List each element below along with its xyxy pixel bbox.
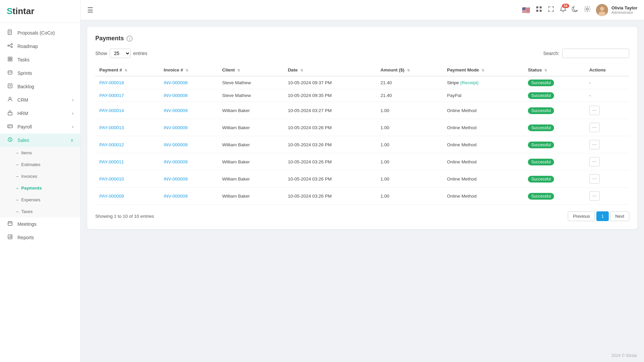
status-cell: Successful — [524, 102, 585, 119]
svg-rect-12 — [10, 59, 12, 61]
roadmap-icon — [7, 43, 13, 50]
svg-rect-35 — [536, 6, 538, 8]
invoice-link[interactable]: INV-000009 — [164, 125, 188, 130]
col-payment-num[interactable]: Payment # ⇅ — [95, 64, 160, 76]
next-button[interactable]: Next — [610, 211, 629, 221]
sidebar-item-payroll-label: Payroll — [17, 124, 32, 130]
action-menu-button[interactable]: ··· — [589, 191, 600, 201]
payment-link[interactable]: PAY-000012 — [99, 142, 124, 147]
sidebar-sub-expenses-label: Expenses — [21, 197, 40, 202]
settings-icon[interactable] — [584, 6, 591, 14]
col-payment-mode[interactable]: Payment Mode ⇅ — [443, 64, 524, 76]
tasks-icon — [7, 56, 13, 63]
client-cell: William Baker — [218, 136, 284, 153]
payment-link[interactable]: PAY-000014 — [99, 108, 124, 113]
sidebar-item-expenses[interactable]: – Expenses — [0, 194, 80, 206]
invoice-link[interactable]: INV-000008 — [164, 93, 188, 98]
fullscreen-icon[interactable] — [548, 6, 554, 14]
action-menu-button[interactable]: ··· — [589, 157, 600, 166]
col-invoice-num[interactable]: Invoice # ⇅ — [160, 64, 218, 76]
apps-icon[interactable] — [536, 6, 542, 14]
col-actions: Actions — [585, 64, 629, 76]
previous-button[interactable]: Previous — [568, 211, 595, 221]
invoice-link[interactable]: INV-000009 — [164, 176, 188, 182]
date-cell: 10-05-2024 03:26 PM — [284, 119, 377, 136]
language-flag[interactable]: 🇺🇸 — [522, 6, 530, 14]
avatar — [596, 4, 608, 16]
payment-link[interactable]: PAY-000013 — [99, 125, 124, 130]
col-amount[interactable]: Amount ($) ⇅ — [377, 64, 443, 76]
svg-line-7 — [9, 45, 11, 46]
sidebar-item-taxes[interactable]: – Taxes — [0, 206, 80, 217]
invoice-num-cell: INV-000009 — [160, 102, 218, 119]
invoice-num-cell: INV-000008 — [160, 89, 218, 102]
invoice-link[interactable]: INV-000009 — [164, 108, 188, 113]
meetings-icon — [7, 221, 13, 227]
client-cell: William Baker — [218, 170, 284, 188]
sidebar-item-invoices[interactable]: – Invoices — [0, 170, 80, 182]
sidebar-item-sprints[interactable]: Sprints — [0, 66, 80, 80]
col-date[interactable]: Date ⇅ — [284, 64, 377, 76]
backlog-icon — [7, 83, 13, 90]
invoice-link[interactable]: INV-000008 — [164, 80, 188, 85]
search-input[interactable] — [562, 49, 629, 58]
sidebar-item-roadmap[interactable]: Roadmap — [0, 40, 80, 53]
invoice-link[interactable]: INV-000009 — [164, 142, 188, 147]
svg-rect-11 — [8, 59, 10, 61]
sidebar-item-sales-label: Sales — [17, 138, 29, 143]
action-menu-button[interactable]: ··· — [589, 123, 600, 132]
theme-toggle-icon[interactable] — [572, 6, 579, 14]
action-menu-button[interactable]: ··· — [589, 106, 600, 115]
hamburger-menu[interactable]: ☰ — [87, 6, 93, 14]
col-status[interactable]: Status ⇅ — [524, 64, 585, 76]
sidebar-item-proposals-label: Proposals (CoCo) — [17, 30, 55, 36]
footer: 2024 © Stintar — [81, 349, 644, 362]
sidebar-item-crm[interactable]: CRM › — [0, 93, 80, 107]
page-1-button[interactable]: 1 — [596, 211, 609, 221]
client-cell: William Baker — [218, 153, 284, 170]
svg-rect-15 — [8, 84, 12, 88]
sidebar-item-items[interactable]: – Items — [0, 147, 80, 159]
payment-link[interactable]: PAY-000010 — [99, 176, 124, 182]
sidebar-sub-invoices-label: Invoices — [21, 174, 37, 179]
sidebar-item-backlog[interactable]: Backlog — [0, 80, 80, 93]
payment-num-cell: PAY-000012 — [95, 136, 160, 153]
invoice-link[interactable]: INV-000009 — [164, 159, 188, 164]
status-badge: Successful — [528, 193, 554, 200]
sidebar-item-meetings[interactable]: Meetings — [0, 217, 80, 231]
sidebar-item-estimates[interactable]: – Estimates — [0, 159, 80, 170]
payment-link[interactable]: PAY-000018 — [99, 80, 124, 85]
sidebar-item-hrm[interactable]: HRM › — [0, 107, 80, 120]
status-badge: Successful — [528, 124, 554, 131]
mode-cell: Online Method — [443, 188, 524, 205]
payment-link[interactable]: PAY-000011 — [99, 159, 124, 164]
status-badge: Successful — [528, 80, 554, 86]
sidebar-item-tasks[interactable]: Tasks — [0, 53, 80, 66]
info-icon[interactable]: i — [127, 36, 133, 42]
sidebar-item-payroll[interactable]: Payroll › — [0, 120, 80, 134]
notification-icon[interactable]: 54 — [560, 6, 566, 14]
sidebar-item-proposals[interactable]: Proposals (CoCo) — [0, 26, 80, 40]
col-client[interactable]: Client ⇅ — [218, 64, 284, 76]
payment-num-cell: PAY-000017 — [95, 89, 160, 102]
payment-link[interactable]: PAY-000009 — [99, 194, 124, 199]
user-profile-area[interactable]: Olivia Taylor Administrator — [596, 4, 637, 16]
sidebar-item-payments[interactable]: – Payments — [0, 182, 80, 194]
sidebar-item-reports[interactable]: Reports — [0, 231, 80, 244]
entries-label: entries — [133, 51, 147, 56]
svg-rect-13 — [8, 71, 12, 74]
amount-cell: 1.00 — [377, 153, 443, 170]
crm-icon — [7, 97, 13, 103]
user-role: Administrator — [611, 10, 637, 14]
payment-link[interactable]: PAY-000017 — [99, 93, 124, 98]
invoice-link[interactable]: INV-000009 — [164, 194, 188, 199]
sidebar-item-sales[interactable]: Sales ∨ — [0, 134, 80, 147]
receipt-link[interactable]: (Receipt) — [460, 80, 479, 85]
date-cell: 10-05-2024 03:26 PM — [284, 153, 377, 170]
action-menu-button[interactable]: ··· — [589, 140, 600, 149]
sidebar-item-crm-label: CRM — [17, 97, 28, 103]
entries-select[interactable]: 10 25 50 100 — [110, 49, 131, 58]
search-area: Search: — [543, 49, 629, 58]
action-menu-button[interactable]: ··· — [589, 174, 600, 184]
svg-rect-37 — [536, 10, 538, 12]
